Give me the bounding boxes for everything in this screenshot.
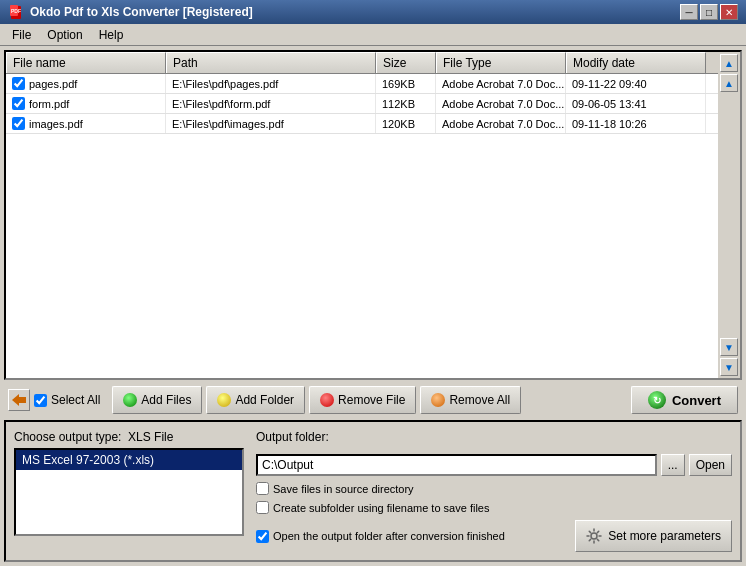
output-type-label: Choose output type: XLS File [14,430,244,444]
app-title: Okdo Pdf to Xls Converter [Registered] [30,5,253,19]
file-cell-date-2: 09-11-18 10:26 [566,114,706,133]
table-header: File name Path Size File Type Modify dat… [6,52,718,74]
scroll-down-button[interactable]: ▼ [720,338,738,356]
menu-bar: File Option Help [0,24,746,46]
add-files-icon [123,393,137,407]
file-cell-type-1: Adobe Acrobat 7.0 Doc... [436,94,566,113]
scroll-top-button[interactable]: ▲ [720,54,738,72]
file-checkbox-0[interactable] [12,77,25,90]
menu-help[interactable]: Help [91,26,132,44]
main-window: File name Path Size File Type Modify dat… [0,46,746,566]
scroll-buttons: ▲ ▲ ▼ ▼ [718,52,740,378]
gear-icon [586,528,602,544]
file-cell-name-2: images.pdf [6,114,166,133]
menu-file[interactable]: File [4,26,39,44]
file-cell-size-2: 120KB [376,114,436,133]
set-more-params-button[interactable]: Set more parameters [575,520,732,552]
svg-text:PDF: PDF [11,8,21,14]
minimize-button[interactable]: ─ [680,4,698,20]
folder-row: ... Open [256,454,732,476]
file-cell-date-0: 09-11-22 09:40 [566,74,706,93]
convert-button[interactable]: ↻ Convert [631,386,738,414]
remove-all-button[interactable]: Remove All [420,386,521,414]
add-folder-button[interactable]: Add Folder [206,386,305,414]
output-type-section: Choose output type: XLS File MS Excel 97… [14,430,244,552]
save-source-checkbox[interactable] [256,482,269,495]
checkbox-row-3: Open the output folder after conversion … [256,530,505,543]
file-cell-type-2: Adobe Acrobat 7.0 Doc... [436,114,566,133]
col-header-path: Path [166,52,376,73]
file-table-body: pages.pdf E:\Files\pdf\pages.pdf 169KB A… [6,74,718,378]
output-folder-section: Output folder: ... Open Save files in so… [256,430,732,552]
checkbox-row-2: Create subfolder using filename to save … [256,501,732,514]
table-row: pages.pdf E:\Files\pdf\pages.pdf 169KB A… [6,74,718,94]
convert-icon: ↻ [648,391,666,409]
svg-marker-3 [12,394,19,406]
file-checkbox-1[interactable] [12,97,25,110]
file-cell-name-1: form.pdf [6,94,166,113]
svg-point-5 [591,533,597,539]
file-cell-name-0: pages.pdf [6,74,166,93]
type-list-item[interactable]: MS Excel 97-2003 (*.xls) [16,450,242,470]
output-folder-input[interactable] [256,454,657,476]
file-cell-size-1: 112KB [376,94,436,113]
file-cell-path-0: E:\Files\pdf\pages.pdf [166,74,376,93]
file-list-container: File name Path Size File Type Modify dat… [4,50,742,380]
file-table: File name Path Size File Type Modify dat… [6,52,718,378]
checkbox-row-1: Save files in source directory [256,482,732,495]
file-cell-path-2: E:\Files\pdf\images.pdf [166,114,376,133]
close-button[interactable]: ✕ [720,4,738,20]
col-header-size: Size [376,52,436,73]
remove-all-icon [431,393,445,407]
remove-file-button[interactable]: Remove File [309,386,416,414]
table-row: images.pdf E:\Files\pdf\images.pdf 120KB… [6,114,718,134]
maximize-button[interactable]: □ [700,4,718,20]
output-folder-label: Output folder: [256,430,732,444]
svg-rect-4 [18,397,26,403]
col-header-modifydate: Modify date [566,52,706,73]
bottom-panel: Choose output type: XLS File MS Excel 97… [4,420,742,562]
file-cell-date-1: 09-06-05 13:41 [566,94,706,113]
file-checkbox-2[interactable] [12,117,25,130]
back-button[interactable] [8,389,30,411]
col-header-filetype: File Type [436,52,566,73]
table-row: form.pdf E:\Files\pdf\form.pdf 112KB Ado… [6,94,718,114]
select-all-label: Select All [51,393,100,407]
remove-file-icon [320,393,334,407]
col-header-filename: File name [6,52,166,73]
toolbar-area: Select All Add Files Add Folder Remove F… [4,384,742,416]
file-cell-type-0: Adobe Acrobat 7.0 Doc... [436,74,566,93]
select-all-checkbox[interactable] [34,394,47,407]
add-folder-icon [217,393,231,407]
scroll-up-button[interactable]: ▲ [720,74,738,92]
add-files-button[interactable]: Add Files [112,386,202,414]
menu-option[interactable]: Option [39,26,90,44]
browse-folder-button[interactable]: ... [661,454,685,476]
scroll-bottom-button[interactable]: ▼ [720,358,738,376]
app-icon: PDF [8,4,24,20]
file-cell-size-0: 169KB [376,74,436,93]
file-cell-path-1: E:\Files\pdf\form.pdf [166,94,376,113]
open-output-checkbox[interactable] [256,530,269,543]
create-subfolder-checkbox[interactable] [256,501,269,514]
title-bar: PDF Okdo Pdf to Xls Converter [Registere… [0,0,746,24]
select-all-area: Select All [34,393,100,407]
output-type-list[interactable]: MS Excel 97-2003 (*.xls) [14,448,244,536]
open-folder-button[interactable]: Open [689,454,732,476]
